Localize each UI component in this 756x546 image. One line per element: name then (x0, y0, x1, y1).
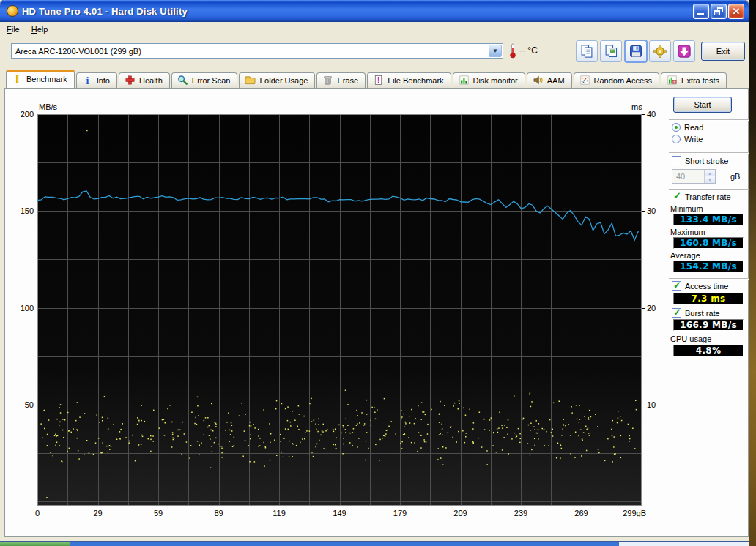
save-screenshot-button[interactable] (625, 40, 647, 62)
start-button-sliver[interactable] (0, 542, 70, 546)
start-button[interactable]: Start (673, 97, 732, 113)
minimum-value: 133.4 MB/s (673, 214, 744, 225)
tab-label: Extra tests (681, 76, 719, 85)
taskbar-tray-sliver (619, 542, 749, 546)
average-value: 154.2 MB/s (673, 261, 744, 272)
tab-label: AAM (547, 76, 565, 85)
window-title: HD Tune Pro 4.01 - Hard Disk Utility (22, 6, 188, 17)
menu-file[interactable]: File (1, 23, 26, 35)
y-right-tick: 30 (647, 206, 656, 215)
svg-text:i: i (86, 75, 89, 86)
tab-label: Info (97, 76, 110, 85)
title-bar[interactable]: HD Tune Pro 4.01 - Hard Disk Utility ✕ (0, 0, 749, 22)
x-tick: 59 (154, 509, 163, 517)
tab-label: Folder Usage (259, 76, 308, 85)
minimize-icon (697, 13, 704, 15)
save-screenshot-icon (629, 44, 643, 59)
minimize-button[interactable] (693, 4, 709, 19)
tab-extra-tests[interactable]: Extra tests (661, 72, 727, 88)
close-button[interactable]: ✕ (728, 4, 744, 19)
random-access-icon (579, 75, 590, 86)
x-tick: 179 (393, 509, 407, 517)
stepper-down-icon[interactable]: ▼ (705, 176, 715, 183)
tab-benchmark[interactable]: !Benchmark (6, 70, 75, 88)
exit-button[interactable]: Exit (701, 42, 745, 61)
tab-label: Benchmark (26, 75, 67, 83)
maximum-label: Maximum (670, 228, 705, 236)
temperature-readout: -- °C (519, 45, 538, 56)
tab-info[interactable]: iInfo (76, 72, 117, 88)
tab-aam[interactable]: AAM (527, 72, 572, 88)
desktop-wallpaper-strip (749, 0, 756, 546)
average-label: Average (670, 251, 700, 260)
separator (669, 152, 749, 153)
svg-text:!: ! (377, 75, 380, 84)
drive-selector[interactable]: Areca ARC-1200-VOL001 (299 gB) ▼ (11, 43, 503, 59)
tab-label: Health (139, 76, 163, 85)
y-left-tick: 50 (25, 400, 34, 409)
x-tick: 149 (333, 509, 346, 517)
access-time-label: Access time (685, 282, 728, 291)
tab-erase[interactable]: Erase (316, 72, 366, 88)
tab-folder-usage[interactable]: Folder Usage (239, 72, 315, 88)
access-time-value: 7.3 ms (673, 293, 744, 304)
x-tick: 119 (273, 509, 286, 517)
options-icon (653, 44, 667, 59)
tab-label: File Benchmark (388, 76, 443, 85)
copy-image-icon (604, 44, 618, 59)
tab-file-benchmark[interactable]: !File Benchmark (367, 72, 451, 88)
tab-error-scan[interactable]: Error Scan (171, 72, 238, 88)
minimum-label: Minimum (670, 204, 703, 213)
tab-random-access[interactable]: Random Access (574, 72, 659, 88)
tab-label: Error Scan (192, 76, 231, 85)
folder-usage-icon (245, 75, 256, 86)
x-tick: 209 (453, 509, 467, 517)
options-button[interactable] (649, 40, 671, 62)
short-stroke-checkbox[interactable] (672, 156, 681, 165)
y-left-axis-label: MB/s (39, 102, 58, 111)
separator (669, 278, 749, 279)
desktop: HD Tune Pro 4.01 - Hard Disk Utility ✕ F… (0, 0, 756, 546)
chevron-down-icon[interactable]: ▼ (489, 45, 502, 57)
captures-button[interactable] (673, 40, 695, 62)
tab-label: Disk monitor (473, 76, 518, 85)
separator (669, 119, 749, 120)
read-radio[interactable] (672, 123, 681, 132)
y-left-tick: 200 (21, 110, 34, 119)
benchmark-icon: ! (12, 74, 23, 85)
toolbar: Areca ARC-1200-VOL001 (299 gB) ▼ -- °C E… (1, 37, 748, 67)
menu-bar: FileHelp (1, 22, 748, 37)
tab-disk-monitor[interactable]: Disk monitor (453, 72, 525, 88)
copy-image-button[interactable] (600, 40, 622, 62)
short-stroke-label: Short stroke (685, 157, 728, 165)
burst-rate-label: Burst rate (685, 309, 720, 318)
aam-icon (533, 75, 544, 86)
cpu-usage-value: 4.8% (673, 345, 744, 356)
taskbar-sliver[interactable] (0, 542, 749, 546)
y-left-tick: 100 (21, 304, 34, 313)
access-time-checkbox[interactable] (672, 281, 681, 291)
burst-rate-checkbox[interactable] (672, 308, 681, 318)
tab-bar: !BenchmarkiInfoHealthError ScanFolder Us… (6, 70, 728, 88)
restore-button[interactable] (711, 4, 727, 19)
tab-health[interactable]: Health (119, 72, 170, 88)
benchmark-tab-page: MB/sms2001501005040302010029598911914917… (4, 88, 749, 537)
thermometer-icon (509, 42, 516, 59)
write-radio[interactable] (672, 135, 681, 143)
menu-help[interactable]: Help (26, 23, 54, 35)
y-right-tick: 10 (647, 400, 656, 409)
write-radio-label: Write (684, 135, 703, 143)
info-icon: i (82, 75, 93, 86)
x-tick: 299gB (623, 509, 646, 517)
app-icon (7, 5, 18, 17)
x-tick: 89 (214, 509, 223, 517)
copy-text-button[interactable] (576, 40, 598, 62)
drive-selector-value: Areca ARC-1200-VOL001 (299 gB) (12, 47, 489, 56)
x-tick: 269 (574, 509, 588, 517)
svg-text:!: ! (15, 74, 19, 85)
short-stroke-size-stepper[interactable]: 40 ▲ ▼ (672, 169, 716, 184)
transfer-rate-checkbox[interactable] (672, 192, 681, 201)
extra-tests-icon (667, 75, 678, 86)
stepper-up-icon[interactable]: ▲ (705, 170, 715, 176)
close-icon: ✕ (729, 4, 744, 18)
